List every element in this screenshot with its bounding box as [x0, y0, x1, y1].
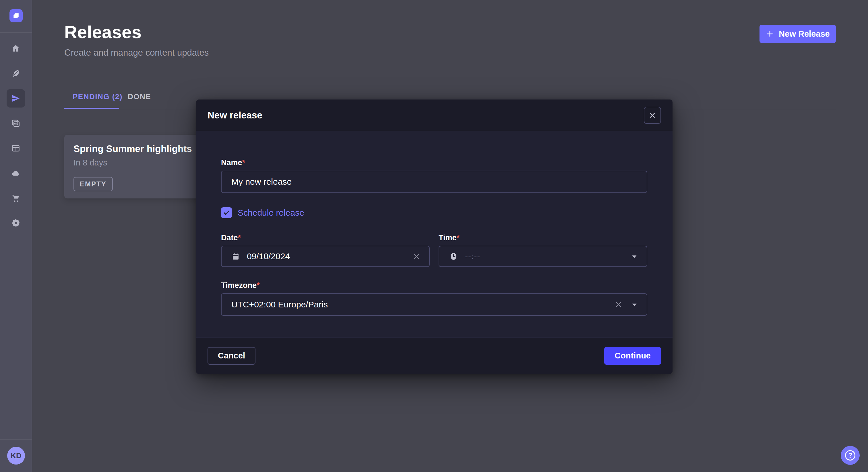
sidebar-item-shop[interactable]: [7, 189, 25, 207]
question-icon: ?: [845, 450, 856, 461]
date-value: 09/10/2024: [247, 251, 290, 261]
new-release-button-label: New Release: [779, 29, 830, 39]
time-label-text: Time: [439, 233, 457, 242]
page-subtitle: Create and manage content updates: [64, 47, 209, 58]
date-input[interactable]: 09/10/2024: [221, 246, 430, 267]
timezone-select[interactable]: UTC+02:00 Europe/Paris: [221, 293, 647, 316]
feather-icon: [11, 69, 20, 78]
timezone-value: UTC+02:00 Europe/Paris: [231, 300, 328, 309]
name-label: Name*: [221, 158, 647, 167]
timezone-field-group: Timezone* UTC+02:00 Europe/Paris: [221, 281, 647, 316]
name-label-text: Name: [221, 158, 242, 167]
calendar-icon: [231, 252, 240, 261]
sidebar-item-deploy[interactable]: [7, 164, 25, 182]
new-release-modal: New release Name*: [196, 100, 673, 374]
chevron-down-icon[interactable]: [631, 252, 638, 260]
cloud-icon: [11, 169, 20, 178]
time-placeholder: --:--: [465, 251, 480, 261]
release-status-badge: EMPTY: [73, 177, 113, 191]
checkmark-icon: [223, 209, 230, 216]
cart-icon: [11, 194, 20, 203]
schedule-release-label: Schedule release: [238, 208, 304, 217]
clock-icon: [449, 252, 458, 261]
app-logo-icon: [12, 11, 20, 20]
required-asterisk: *: [238, 233, 241, 242]
sidebar-nav: [0, 39, 32, 232]
tab-pending[interactable]: PENDING (2): [73, 92, 123, 101]
modal-footer: Cancel Continue: [196, 337, 673, 374]
chevron-down-icon[interactable]: [631, 301, 638, 308]
required-asterisk: *: [242, 158, 245, 167]
page-title: Releases: [64, 22, 142, 42]
time-label: Time*: [439, 233, 647, 242]
date-field-group: Date* 09/10/2024: [221, 233, 430, 267]
help-button[interactable]: ?: [841, 446, 860, 465]
modal-header: New release: [196, 100, 673, 131]
sidebar-item-pages[interactable]: [7, 139, 25, 158]
clear-x-icon: [412, 252, 421, 260]
home-icon: [11, 44, 20, 53]
sidebar-item-media-library[interactable]: [7, 114, 25, 133]
layout-icon: [11, 144, 20, 153]
sidebar: KD: [0, 0, 32, 472]
continue-button[interactable]: Continue: [604, 347, 661, 365]
gear-icon: [11, 218, 20, 228]
date-time-row: Date* 09/10/2024: [221, 233, 647, 267]
close-icon: [648, 111, 656, 119]
schedule-checkbox[interactable]: [221, 207, 232, 218]
sidebar-divider: [0, 439, 32, 440]
plus-icon: [766, 30, 774, 38]
sidebar-item-home[interactable]: [7, 39, 25, 58]
name-field-group: Name*: [221, 158, 647, 193]
tab-done[interactable]: DONE: [128, 92, 151, 101]
date-label-text: Date: [221, 233, 238, 242]
modal-body: Name* Schedule release Date*: [196, 131, 673, 316]
modal-title: New release: [208, 110, 262, 121]
sidebar-item-settings[interactable]: [7, 214, 25, 232]
timezone-clear-button[interactable]: [615, 301, 623, 308]
sidebar-divider: [0, 32, 32, 33]
name-input-box: [221, 171, 647, 193]
time-select[interactable]: --:--: [439, 246, 647, 267]
time-field-group: Time* --:--: [439, 233, 647, 267]
paper-plane-icon: [11, 94, 20, 103]
workspace-logo[interactable]: [9, 9, 23, 22]
new-release-button[interactable]: New Release: [760, 25, 836, 43]
sidebar-item-releases[interactable]: [7, 89, 25, 107]
name-input[interactable]: [231, 177, 638, 187]
images-icon: [11, 119, 20, 128]
required-asterisk: *: [257, 281, 260, 290]
date-label: Date*: [221, 233, 430, 242]
close-button[interactable]: [644, 107, 661, 124]
clear-x-icon: [615, 301, 623, 308]
date-clear-button[interactable]: [412, 252, 421, 260]
schedule-release-row[interactable]: Schedule release: [221, 207, 647, 218]
user-avatar[interactable]: KD: [7, 447, 25, 465]
sidebar-item-content[interactable]: [7, 64, 25, 82]
cancel-button[interactable]: Cancel: [208, 347, 255, 365]
required-asterisk: *: [457, 233, 460, 242]
timezone-label: Timezone*: [221, 281, 647, 290]
timezone-label-text: Timezone: [221, 281, 257, 290]
